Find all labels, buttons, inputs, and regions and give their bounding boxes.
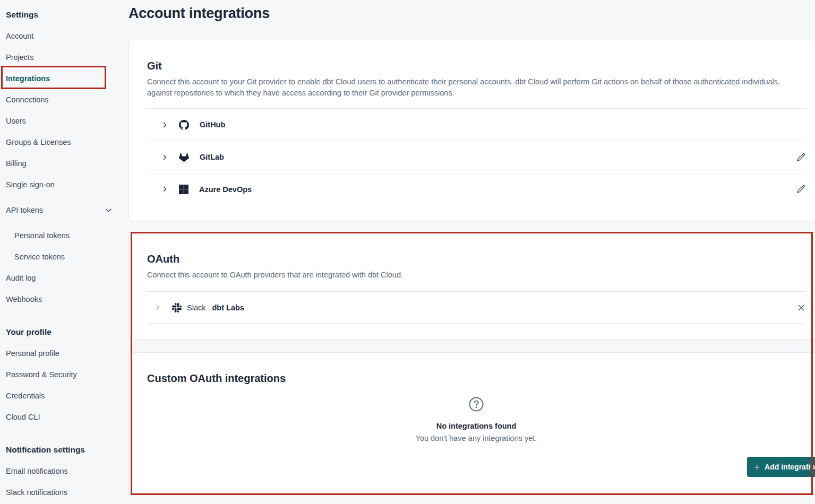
sidebar-item-personal-profile[interactable]: Personal profile	[0, 343, 128, 364]
git-provider-label: GitLab	[200, 153, 224, 161]
chevron-down-icon[interactable]	[105, 206, 113, 214]
chevron-right-icon[interactable]	[155, 304, 161, 311]
sidebar-header-notification-settings: Notification settings	[0, 439, 128, 460]
sidebar-item-password-and-security[interactable]: Password & Security	[0, 364, 128, 385]
sidebar-item-label: Notification settings	[6, 445, 85, 455]
sidebar-item-label: Connections	[6, 95, 49, 104]
sidebar-item-audit-log[interactable]: Audit log	[0, 267, 128, 289]
git-provider-row-azure-devops: Azure DevOps	[147, 173, 805, 205]
add-integration-label: Add integration	[765, 463, 815, 471]
sidebar-item-label: Projects	[6, 53, 33, 62]
git-provider-list: GitHubGitLabAzure DevOps	[147, 108, 805, 205]
close-icon[interactable]	[797, 303, 805, 312]
git-section: Git Connect this account to your Git pro…	[128, 40, 815, 221]
sidebar-item-label: Password & Security	[6, 370, 77, 379]
sidebar-item-label: Groups & Licenses	[6, 138, 71, 146]
git-section-heading: Git	[147, 59, 805, 72]
sidebar-item-label: Personal profile	[6, 349, 59, 358]
sidebar-item-slack-notifications[interactable]: Slack notifications	[0, 482, 128, 503]
page-title: Account integrations	[128, 5, 270, 22]
edit-icon[interactable]	[796, 185, 805, 194]
chevron-right-icon[interactable]	[161, 154, 168, 161]
sidebar-item-billing[interactable]: Billing	[0, 153, 128, 174]
sidebar-item-personal-tokens[interactable]: Personal tokens	[0, 225, 128, 246]
sidebar-header-your-profile: Your profile	[0, 321, 128, 343]
slack-icon	[172, 303, 182, 312]
custom-oauth-heading: Custom OAuth integrations	[147, 372, 805, 385]
oauth-section-description: Connect this account to OAuth providers …	[147, 270, 805, 281]
sidebar-item-label: Audit log	[6, 274, 36, 282]
git-provider-row-github: GitHub	[147, 108, 805, 141]
sidebar-item-label: Cloud CLI	[6, 413, 40, 421]
github-icon	[179, 120, 189, 130]
oauth-section-heading: OAuth	[147, 253, 805, 265]
sidebar-item-webhooks[interactable]: Webhooks	[0, 289, 128, 310]
oauth-account-label: dbt Labs	[212, 303, 244, 312]
sidebar-item-label: Single sign-on	[6, 180, 55, 189]
git-provider-label: Azure DevOps	[199, 185, 252, 194]
empty-state-subtitle: You don't have any integrations yet.	[416, 434, 537, 442]
sidebar-item-projects[interactable]: Projects	[0, 47, 128, 68]
sidebar-item-label: Settings	[6, 10, 38, 20]
custom-oauth-section: Custom OAuth integrations No integration…	[128, 352, 815, 495]
plus-icon: +	[754, 462, 760, 472]
sidebar-item-email-notifications[interactable]: Email notifications	[0, 460, 128, 482]
sidebar-item-integrations[interactable]: Integrations	[0, 68, 128, 89]
edit-icon[interactable]	[796, 153, 805, 162]
add-integration-button[interactable]: + Add integration	[747, 457, 815, 477]
empty-state: No integrations found You don't have any…	[147, 396, 805, 442]
sidebar-item-single-sign-on[interactable]: Single sign-on	[0, 174, 128, 195]
sidebar-item-label: Personal tokens	[14, 231, 70, 240]
sidebar-item-label: Service tokens	[14, 253, 65, 261]
git-provider-row-gitlab: GitLab	[147, 141, 805, 173]
sidebar-item-label: Integrations	[6, 74, 50, 83]
sidebar-item-label: Your profile	[6, 327, 52, 337]
git-section-description: Connect this account to your Git provide…	[147, 76, 805, 99]
sidebar-item-users[interactable]: Users	[0, 110, 128, 132]
sidebar-header-settings: Settings	[0, 4, 128, 25]
oauth-section: OAuth Connect this account to OAuth prov…	[128, 234, 815, 340]
sidebar-item-cloud-cli[interactable]: Cloud CLI	[0, 406, 128, 428]
sidebar-item-label: Account	[6, 32, 33, 40]
sidebar-item-label: Email notifications	[6, 467, 68, 475]
sidebar-item-label: Billing	[6, 159, 27, 168]
sidebar-item-label: API tokens	[6, 206, 43, 214]
sidebar-item-label: Users	[6, 117, 26, 125]
chevron-right-icon[interactable]	[161, 186, 168, 193]
sidebar-item-account[interactable]: Account	[0, 25, 128, 47]
sidebar-item-label: Credentials	[6, 392, 45, 400]
sidebar-item-label: Slack notifications	[6, 488, 67, 497]
oauth-provider-label: Slack	[187, 303, 205, 312]
question-circle-icon	[468, 396, 484, 414]
empty-state-title: No integrations found	[436, 422, 517, 430]
sidebar-item-service-tokens[interactable]: Service tokens	[0, 246, 128, 267]
sidebar-item-groups-and-licenses[interactable]: Groups & Licenses	[0, 132, 128, 153]
sidebar-item-label: Webhooks	[6, 295, 42, 303]
sidebar-item-connections[interactable]: Connections	[0, 89, 128, 110]
sidebar-item-credentials[interactable]: Credentials	[0, 385, 128, 406]
azure-devops-icon	[179, 185, 188, 194]
oauth-integration-row-slack: Slackdbt Labs	[147, 291, 805, 324]
chevron-right-icon[interactable]	[161, 121, 168, 128]
settings-sidebar: SettingsAccountProjectsIntegrationsConne…	[0, 0, 128, 504]
gitlab-icon	[179, 152, 189, 162]
oauth-integration-list: Slackdbt Labs	[147, 291, 805, 324]
git-provider-label: GitHub	[200, 120, 225, 129]
sidebar-item-api-tokens[interactable]: API tokens	[0, 199, 128, 221]
